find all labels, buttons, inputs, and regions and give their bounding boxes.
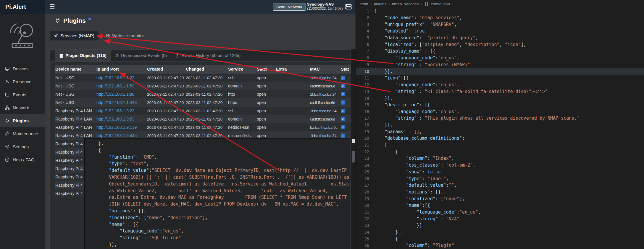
ip-port-link-text[interactable]: http://192.168.1.9:53 xyxy=(96,117,134,121)
breadcrumb-item[interactable]: config.json xyxy=(431,2,450,6)
row-checkbox[interactable]: ✓ xyxy=(341,109,345,113)
table-row[interactable]: Raspberry Pi 4 LANhttp://192.168.1.9:139… xyxy=(55,123,351,131)
ip-port-link-text[interactable]: http://192.168.1.9:139 xyxy=(96,125,137,130)
tab-events-history[interactable]: ◷ Events History (50 out of 1265) xyxy=(171,50,245,61)
table-scrollbar-thumb[interactable] xyxy=(352,151,355,162)
mac-cell: ca:ff:ff:ca:ba:6d xyxy=(310,100,341,105)
sidebar-item-label: Devices xyxy=(13,66,28,71)
ip-port-link[interactable]: http://192.168.1.9:22 xyxy=(96,108,147,113)
code-line: 8 "language_code":"en_us", xyxy=(356,55,644,61)
ip-port-link[interactable]: http://192.168.1.9:139 xyxy=(96,125,147,130)
created-cell: 2023-03-11 02:47:20 xyxy=(147,109,186,113)
code-line: 33 }] xyxy=(356,222,644,229)
code-line: 19 "params" : [], xyxy=(356,128,644,135)
status-cell: ✓ xyxy=(341,76,351,80)
table-row[interactable]: Net - USGhttp://192.168.1.1:222023-03-11… xyxy=(55,74,351,82)
column-header[interactable]: Stat xyxy=(341,67,351,71)
row-checkbox[interactable]: ✓ xyxy=(341,76,345,80)
nas-icon[interactable] xyxy=(345,3,352,10)
ip-port-link[interactable]: http://192.168.1.1:53 xyxy=(96,84,147,88)
code-text: "string" : "<i class=\"fa-solid fa-satel… xyxy=(374,89,548,94)
sidebar-item-plugins[interactable]: Plugins xyxy=(0,114,45,127)
service-cell: microsoft-ds xyxy=(228,133,257,138)
code-area[interactable]: 1{2 "code_name": "nmap_services",3 "uniq… xyxy=(356,8,644,249)
row-checkbox[interactable]: ✓ xyxy=(341,100,345,105)
tab-plugin-objects[interactable]: ▣ Plugin Objects (115) xyxy=(55,50,111,61)
code-line: 17 "string" : "This plugin shows all ser… xyxy=(356,115,644,122)
tab-unprocessed-events[interactable]: ⊘ Unprocessed Events (0) xyxy=(111,50,171,61)
ip-port-link-text[interactable]: http://192.168.1.1:53 xyxy=(96,84,134,88)
column-header[interactable]: Device name xyxy=(55,67,96,71)
column-header[interactable]: MAC xyxy=(310,67,341,71)
code-text: "language_code":"en_us", xyxy=(374,109,459,114)
code-line: 14 }], xyxy=(356,95,644,102)
ip-port-link[interactable]: http://192.168.1.9:53 xyxy=(96,117,147,121)
row-checkbox[interactable]: ✓ xyxy=(341,117,345,121)
breadcrumb-item[interactable]: front xyxy=(360,2,368,6)
ip-port-link-text[interactable]: http://192.168.1.1:443 xyxy=(96,100,137,105)
ip-port-link[interactable]: http://192.168.1.1:443 xyxy=(96,100,147,105)
state-cell: open xyxy=(257,117,276,121)
device-name-cell: Net - USG xyxy=(55,75,96,80)
wrench-icon xyxy=(5,131,10,136)
column-header[interactable]: Changed xyxy=(186,67,228,71)
sidebar-item-settings[interactable]: Settings xyxy=(0,140,45,153)
column-header[interactable]: Extra xyxy=(276,67,310,71)
tab-website-monitor[interactable]: Website monitor xyxy=(101,31,148,40)
breadcrumb-item[interactable]: nmap_services xyxy=(392,2,419,6)
code-line: 35 { xyxy=(356,235,644,242)
sidebar-item-events[interactable]: Events xyxy=(0,88,45,101)
changed-cell: 2023-03-11 02:47:20 xyxy=(186,84,228,88)
code-line: 21 [ xyxy=(356,142,644,149)
breadcrumb-item[interactable]: ... xyxy=(455,2,459,6)
code-text: "params" : [], xyxy=(374,129,422,134)
table-scrollbar[interactable] xyxy=(351,49,356,249)
service-cell: https xyxy=(228,100,257,105)
sidebar-item-label: Help / FAQ xyxy=(13,157,34,162)
globe-icon xyxy=(106,33,110,38)
brand-logo[interactable]: Pi.Alert xyxy=(0,0,45,14)
ip-port-link-text[interactable]: http://192.168.1.1:22 xyxy=(96,75,134,80)
column-header[interactable]: Created xyxy=(147,67,186,71)
row-checkbox[interactable]: ✓ xyxy=(341,84,345,88)
row-checkbox[interactable]: ✓ xyxy=(341,92,345,96)
code-text: "show": false, xyxy=(374,169,443,175)
ip-port-link-text[interactable]: http://192.168.1.9:22 xyxy=(96,108,134,113)
sidebar-item-devices[interactable]: Devices xyxy=(0,62,45,75)
sidebar-item-help[interactable]: ? Help / FAQ xyxy=(0,153,45,166)
overlay-code-line: as Watched_Value2, 'null' as Watched_Val… xyxy=(88,188,350,195)
ip-port-link-text[interactable]: http://192.168.1.1:80 xyxy=(96,92,134,97)
mac-cell: ca:ff:ff:ca:ba:6d xyxy=(310,117,341,121)
column-header[interactable]: Service xyxy=(228,67,257,71)
ip-port-link-text[interactable]: http://192.168.1.9:445 xyxy=(96,133,137,138)
ip-port-link[interactable]: http://192.168.1.1:80 xyxy=(96,92,147,97)
table-row[interactable]: Raspberry Pi 4 LANhttp://192.168.1.9:222… xyxy=(55,107,351,115)
sidebar-item-maintenance[interactable]: Maintenance xyxy=(0,127,45,140)
menu-toggle-icon[interactable]: ☰ xyxy=(50,3,55,10)
breadcrumb-item[interactable]: plugins xyxy=(374,2,387,6)
row-checkbox[interactable]: ✓ xyxy=(341,134,345,138)
ip-port-link[interactable]: http://192.168.1.9:445 xyxy=(96,133,147,138)
column-header[interactable]: State xyxy=(257,67,276,71)
table-row[interactable]: Net - USGhttp://192.168.1.1:532023-03-11… xyxy=(55,82,351,90)
line-number: 36 xyxy=(356,243,374,248)
sidebar-item-presence[interactable]: Presence xyxy=(0,75,45,88)
sidebar-item-network[interactable]: Network xyxy=(0,101,45,114)
row-checkbox[interactable]: ✓ xyxy=(341,125,345,129)
tab-services-nmap[interactable]: Services (NMAP) xyxy=(50,31,99,40)
code-line: 4 "enabled": true, xyxy=(356,28,644,35)
table-row[interactable]: Net - USGhttp://192.168.1.1:4432023-03-1… xyxy=(55,98,351,107)
service-cell: domain xyxy=(228,117,257,121)
overlay-scrollbar-thumb[interactable] xyxy=(352,139,355,143)
line-number: 17 xyxy=(356,116,374,121)
table-row[interactable]: Raspberry Pi 4 LANhttp://192.168.1.9:532… xyxy=(55,115,351,123)
ip-port-link[interactable]: http://192.168.1.1:22 xyxy=(96,75,147,80)
line-number: 16 xyxy=(356,109,374,114)
sidebar-item-label: Maintenance xyxy=(13,131,38,136)
json-file-icon: {} xyxy=(424,2,429,6)
column-header[interactable]: Ip and Port xyxy=(96,67,147,71)
line-number: 26 xyxy=(356,176,374,181)
sql-editor-overlay[interactable]: }, { "function": "CMD", "type": "text", … xyxy=(84,138,350,249)
table-row[interactable]: Net - USGhttp://192.168.1.1:802023-03-11… xyxy=(55,90,351,98)
tab-label: Unprocessed Events (0) xyxy=(121,53,167,58)
